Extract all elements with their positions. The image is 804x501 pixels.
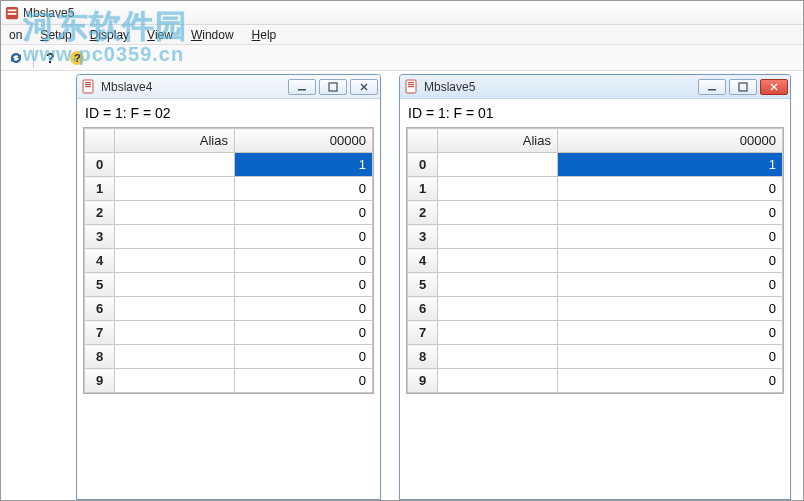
maximize-button[interactable]: [319, 79, 347, 95]
cell-alias[interactable]: [115, 297, 235, 321]
data-grid[interactable]: Alias0000001102030405060708090: [83, 127, 374, 394]
cell-alias[interactable]: [438, 273, 558, 297]
cell-value[interactable]: 0: [558, 345, 783, 369]
menu-view[interactable]: View: [143, 27, 177, 43]
row-header[interactable]: 6: [85, 297, 115, 321]
row-header[interactable]: 1: [85, 177, 115, 201]
close-button[interactable]: [350, 79, 378, 95]
cell-value[interactable]: 0: [558, 249, 783, 273]
cell-value[interactable]: 0: [235, 273, 373, 297]
cell-alias[interactable]: [115, 273, 235, 297]
table-row[interactable]: 10: [408, 177, 783, 201]
cell-alias[interactable]: [438, 201, 558, 225]
cell-value[interactable]: 0: [558, 177, 783, 201]
table-row[interactable]: 90: [408, 369, 783, 393]
table-row[interactable]: 40: [85, 249, 373, 273]
cell-value[interactable]: 0: [235, 201, 373, 225]
cell-value[interactable]: 0: [558, 273, 783, 297]
child-titlebar[interactable]: Mbslave4: [77, 75, 380, 99]
row-header[interactable]: 3: [408, 225, 438, 249]
table-row[interactable]: 20: [85, 201, 373, 225]
table-row[interactable]: 70: [408, 321, 783, 345]
grid-corner[interactable]: [408, 129, 438, 153]
table-row[interactable]: 01: [408, 153, 783, 177]
column-header-value[interactable]: 00000: [235, 129, 373, 153]
cell-alias[interactable]: [115, 225, 235, 249]
row-header[interactable]: 0: [408, 153, 438, 177]
cell-alias[interactable]: [115, 177, 235, 201]
row-header[interactable]: 7: [408, 321, 438, 345]
grid-corner[interactable]: [85, 129, 115, 153]
child-window-w2[interactable]: Mbslave5ID = 1: F = 01Alias0000001102030…: [399, 74, 791, 500]
table-row[interactable]: 30: [408, 225, 783, 249]
row-header[interactable]: 9: [408, 369, 438, 393]
cell-value[interactable]: 0: [235, 369, 373, 393]
cell-alias[interactable]: [438, 369, 558, 393]
menu-help[interactable]: Help: [248, 27, 281, 43]
cell-alias[interactable]: [438, 153, 558, 177]
cell-value[interactable]: 1: [558, 153, 783, 177]
column-header-alias[interactable]: Alias: [438, 129, 558, 153]
table-row[interactable]: 60: [85, 297, 373, 321]
cell-alias[interactable]: [115, 321, 235, 345]
cell-value[interactable]: 0: [558, 201, 783, 225]
cell-alias[interactable]: [438, 225, 558, 249]
cell-alias[interactable]: [115, 369, 235, 393]
cell-alias[interactable]: [115, 345, 235, 369]
cell-value[interactable]: 0: [235, 297, 373, 321]
toolbar-refresh[interactable]: [5, 47, 27, 69]
cell-alias[interactable]: [438, 177, 558, 201]
row-header[interactable]: 0: [85, 153, 115, 177]
cell-value[interactable]: 1: [235, 153, 373, 177]
table-row[interactable]: 90: [85, 369, 373, 393]
table-row[interactable]: 60: [408, 297, 783, 321]
row-header[interactable]: 5: [408, 273, 438, 297]
column-header-alias[interactable]: Alias: [115, 129, 235, 153]
table-row[interactable]: 70: [85, 321, 373, 345]
table-row[interactable]: 50: [85, 273, 373, 297]
minimize-button[interactable]: [288, 79, 316, 95]
row-header[interactable]: 9: [85, 369, 115, 393]
column-header-value[interactable]: 00000: [558, 129, 783, 153]
table-row[interactable]: 30: [85, 225, 373, 249]
row-header[interactable]: 4: [408, 249, 438, 273]
row-header[interactable]: 1: [408, 177, 438, 201]
cell-alias[interactable]: [438, 345, 558, 369]
menu-on[interactable]: on: [5, 27, 26, 43]
table-row[interactable]: 40: [408, 249, 783, 273]
cell-alias[interactable]: [438, 297, 558, 321]
toolbar-help-yellow[interactable]: ?: [66, 47, 88, 69]
menu-setup[interactable]: Setup: [36, 27, 75, 43]
cell-value[interactable]: 0: [235, 345, 373, 369]
cell-value[interactable]: 0: [235, 177, 373, 201]
cell-alias[interactable]: [438, 321, 558, 345]
toolbar-help-black[interactable]: ?: [40, 47, 62, 69]
table-row[interactable]: 10: [85, 177, 373, 201]
cell-alias[interactable]: [115, 201, 235, 225]
row-header[interactable]: 8: [85, 345, 115, 369]
child-window-w1[interactable]: Mbslave4ID = 1: F = 02Alias0000001102030…: [76, 74, 381, 500]
cell-alias[interactable]: [115, 153, 235, 177]
cell-alias[interactable]: [438, 249, 558, 273]
table-row[interactable]: 20: [408, 201, 783, 225]
row-header[interactable]: 2: [408, 201, 438, 225]
table-row[interactable]: 50: [408, 273, 783, 297]
row-header[interactable]: 8: [408, 345, 438, 369]
row-header[interactable]: 2: [85, 201, 115, 225]
maximize-button[interactable]: [729, 79, 757, 95]
cell-value[interactable]: 0: [235, 225, 373, 249]
cell-value[interactable]: 0: [558, 369, 783, 393]
cell-value[interactable]: 0: [235, 321, 373, 345]
cell-alias[interactable]: [115, 249, 235, 273]
data-grid[interactable]: Alias0000001102030405060708090: [406, 127, 784, 394]
table-row[interactable]: 80: [85, 345, 373, 369]
close-button[interactable]: [760, 79, 788, 95]
menu-display[interactable]: Display: [86, 27, 133, 43]
cell-value[interactable]: 0: [235, 249, 373, 273]
menu-window[interactable]: Window: [187, 27, 238, 43]
row-header[interactable]: 4: [85, 249, 115, 273]
cell-value[interactable]: 0: [558, 225, 783, 249]
row-header[interactable]: 6: [408, 297, 438, 321]
row-header[interactable]: 7: [85, 321, 115, 345]
cell-value[interactable]: 0: [558, 321, 783, 345]
